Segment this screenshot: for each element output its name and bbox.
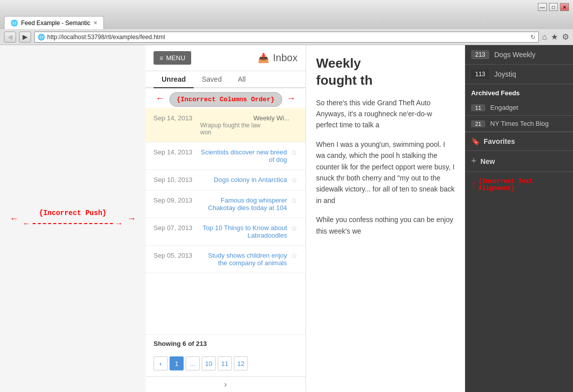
push-line-right-arrow: → — [115, 219, 123, 228]
incorrect-text-alignment-annotation: ↑ {Incorrect Text Alignment} — [467, 176, 571, 194]
minimize-button[interactable]: — — [538, 3, 547, 11]
sidebar-new[interactable]: + New — [465, 151, 573, 172]
menu-icon: ≡ — [160, 55, 163, 62]
menu-label: MENU — [166, 54, 185, 62]
tab-saved[interactable]: Saved — [194, 71, 230, 88]
browser-icons: ⌂ ★ ⚙ — [542, 32, 569, 42]
inbox-icon: 📥 — [258, 53, 269, 64]
article-title-part1: Weekly — [316, 56, 361, 71]
new-label: New — [481, 157, 495, 165]
feed-item-date: Sep 14, 2013 — [154, 148, 196, 156]
push-dashed-line — [33, 223, 113, 224]
feed-item[interactable]: Sep 07, 2013 Top 10 Things to Know about… — [146, 218, 306, 246]
bookmark-icon: 🔖 — [471, 137, 480, 145]
feed-item-date: Sep 14, 2013 — [154, 114, 196, 122]
article-paragraph-1: So there's this vide Grand Theft Auto An… — [316, 97, 455, 131]
pagination: ‹ 1 ... 10 11 12 — [146, 352, 306, 376]
joystiq-count: 113 — [471, 70, 489, 79]
feed-item-star[interactable]: ☆ — [291, 224, 298, 232]
prev-page-button[interactable]: ‹ — [154, 356, 168, 370]
page-button-1[interactable]: 1 — [170, 356, 184, 370]
scroll-down-indicator[interactable]: › — [146, 376, 306, 392]
dogs-weekly-name: Dogs Weekly — [494, 51, 535, 59]
window-buttons[interactable]: — □ ✕ — [538, 3, 569, 11]
sidebar-feed-engadget[interactable]: 11 Engadget — [465, 100, 573, 116]
showing-text: Showing — [154, 340, 181, 347]
feed-item[interactable]: Sep 05, 2013 Study shows children enjoy … — [146, 246, 306, 273]
columns-annotation-container: ← → {Incorrect Columns Order} — [146, 88, 306, 108]
back-button[interactable]: ◀ — [4, 32, 16, 43]
tab-unread[interactable]: Unread — [154, 71, 194, 88]
sidebar-favorites[interactable]: 🔖 Favorites — [465, 132, 573, 151]
feed-item[interactable]: Sep 10, 2013 Dogs colony in Antarctica ☆ — [146, 170, 306, 190]
page-button-12[interactable]: 12 — [234, 356, 248, 370]
tab-title: Feed Example - Semantic — [21, 20, 90, 27]
showing-count: 6 — [183, 340, 186, 347]
page-ellipsis: ... — [186, 356, 200, 370]
tabs-bar: Unread Saved All — [146, 71, 306, 88]
feed-item-title: Famous dog whisperer Chakotay dies today… — [196, 197, 291, 212]
feed-item-title: Scientists discover new breed of dog — [196, 148, 291, 163]
refresh-button[interactable]: ↻ — [530, 34, 535, 41]
feed-item[interactable]: Sep 09, 2013 Famous dog whisperer Chakot… — [146, 190, 306, 218]
sidebar-feed-dogs-weekly[interactable]: 213 Dogs Weekly — [465, 45, 573, 65]
up-arrow-icon: ↑ — [471, 180, 477, 190]
right-arrow-icon: → — [127, 214, 136, 224]
sidebar-feed-joystiq[interactable]: 113 Joystiq — [465, 65, 573, 84]
text-alignment-label: {Incorrect Text Alignment} — [479, 178, 567, 192]
right-sidebar: 213 Dogs Weekly 113 Joystiq Archived Fee… — [465, 45, 573, 392]
forward-button[interactable]: ▶ — [19, 32, 31, 43]
left-panel: ← {Incorrect Push} ← → → — [0, 45, 146, 392]
incorrect-push-annotation: ← {Incorrect Push} ← → → — [10, 209, 136, 228]
title-bar: — □ ✕ — [0, 0, 573, 14]
ann-left-arrow: ← — [156, 93, 165, 104]
nytimes-name: NY Times Tech Blog — [490, 120, 549, 127]
article-paragraph-2: When I was a young'un, swimming pool. I … — [316, 139, 455, 206]
tab-bar: 🌐 Feed Example - Semantic ✕ — [0, 14, 573, 29]
tab-close-button[interactable]: ✕ — [93, 20, 97, 26]
feed-item[interactable]: Sep 14, 2013 Scientists discover new bre… — [146, 142, 306, 170]
url-favicon: 🌐 — [38, 34, 45, 41]
engadget-name: Engadget — [490, 104, 518, 111]
ann-right-arrow: → — [286, 93, 296, 104]
address-bar: ◀ ▶ 🌐 http://localhost:53798/rtl/example… — [0, 29, 573, 45]
left-arrow-icon: ← — [10, 214, 19, 224]
active-tab[interactable]: 🌐 Feed Example - Semantic ✕ — [4, 16, 104, 29]
tab-all[interactable]: All — [230, 71, 254, 88]
feed-item-date: Sep 10, 2013 — [154, 176, 196, 183]
inbox-title-text: Inbox — [273, 52, 298, 64]
page-button-10[interactable]: 10 — [202, 356, 216, 370]
url-box[interactable]: 🌐 http://localhost:53798/rtl/examples/fe… — [34, 32, 539, 43]
feed-item-star[interactable]: ☆ — [291, 252, 298, 260]
home-icon[interactable]: ⌂ — [542, 33, 547, 42]
feed-item-star[interactable]: ☆ — [291, 148, 298, 156]
dogs-weekly-count: 213 — [471, 50, 489, 59]
feed-item-title: Dogs colony in Antarctica — [196, 176, 291, 183]
feed-item-star[interactable]: ☆ — [291, 176, 298, 184]
main-area: ← {Incorrect Push} ← → → ≡ MENU 📥 Inbox — [0, 45, 573, 392]
showing-total: 213 — [196, 340, 207, 347]
text-alignment-annotation-container: ↑ {Incorrect Text Alignment} — [465, 172, 573, 198]
close-button[interactable]: ✕ — [560, 3, 569, 11]
article-title-part2: fought th — [316, 73, 373, 88]
menu-button[interactable]: ≡ MENU — [154, 51, 191, 65]
feed-item-title: Study shows children enjoy the company o… — [196, 252, 291, 267]
settings-icon[interactable]: ⚙ — [562, 32, 569, 42]
article-paragraph-3: While you confess nothing you can be enj… — [316, 214, 455, 237]
joystiq-name: Joystiq — [494, 70, 516, 78]
page-button-11[interactable]: 11 — [218, 356, 232, 370]
feed-item-star[interactable]: ☆ — [291, 197, 298, 205]
star-icon[interactable]: ★ — [551, 32, 558, 42]
maximize-button[interactable]: □ — [549, 3, 558, 11]
feed-item[interactable]: Sep 14, 2013 Weekly Wi... Wrapup fought … — [146, 108, 306, 142]
feed-item-title: Weekly Wi... — [200, 114, 294, 122]
push-label: {Incorrect Push} — [39, 209, 106, 217]
feed-item-date: Sep 05, 2013 — [154, 252, 196, 259]
feed-items-list: Sep 14, 2013 Weekly Wi... Wrapup fought … — [146, 108, 306, 334]
inbox-title: 📥 Inbox — [258, 52, 298, 64]
showing-of: of — [188, 340, 194, 347]
inbox-header: ≡ MENU 📥 Inbox — [146, 45, 306, 71]
feed-item-date: Sep 07, 2013 — [154, 224, 196, 232]
feed-item-date: Sep 09, 2013 — [154, 197, 196, 204]
sidebar-feed-nytimes[interactable]: 21 NY Times Tech Blog — [465, 116, 573, 132]
